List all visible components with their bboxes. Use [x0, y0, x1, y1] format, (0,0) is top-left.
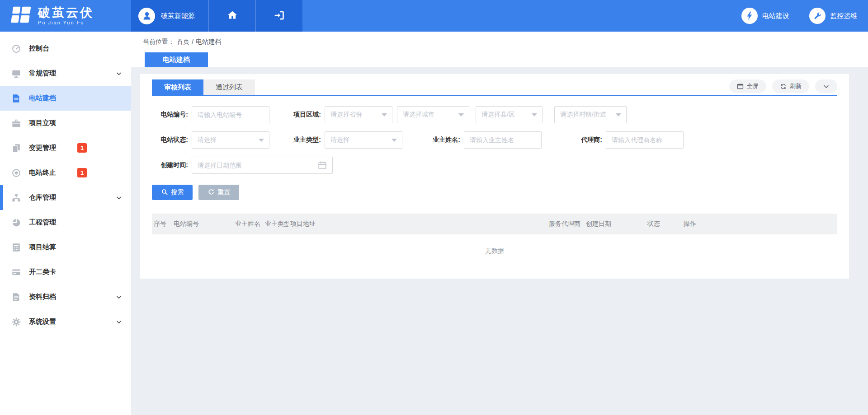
sidebar-item-change-mgmt[interactable]: 变更管理 1 — [0, 135, 131, 160]
city-select-value: 请选择城市 — [403, 111, 434, 119]
chevron-down-icon — [116, 70, 122, 77]
column-header-index: 序号 — [152, 214, 172, 234]
brand-subtitle: Po Jian Yun Fu — [38, 20, 94, 25]
sidebar-item-label: 资料归档 — [29, 293, 56, 301]
column-header-status: 状态 — [646, 214, 682, 234]
search-button[interactable]: 搜索 — [152, 185, 193, 200]
sidebar-item-label: 常规管理 — [29, 69, 56, 78]
chevron-down-icon — [823, 83, 830, 90]
sitemap-icon — [11, 193, 21, 203]
main-content: 当前位置： 首页 / 电站建档 电站建档 审核列表 通过列表 全屏 — [131, 32, 868, 415]
column-header-station-no: 电站编号 — [172, 214, 233, 234]
reset-button-label: 重置 — [218, 188, 231, 196]
content-area: 审核列表 通过列表 全屏 刷新 — [131, 67, 868, 415]
user-menu[interactable]: 破茧新能源 — [131, 0, 208, 32]
column-header-owner-type: 业主类型 — [263, 214, 288, 234]
owner-type-label: 业主类型: — [285, 136, 321, 144]
sidebar-item-warehouse-mgmt[interactable]: 仓库管理 — [0, 185, 131, 210]
sidebar-item-label: 工程管理 — [29, 218, 56, 227]
project-region-label: 项目区域: — [285, 111, 321, 119]
county-select[interactable]: 请选择县/区 — [476, 106, 542, 123]
search-button-label: 搜索 — [171, 188, 184, 196]
collapse-button[interactable] — [815, 79, 837, 93]
panel-toolbar: 全屏 刷新 — [729, 79, 837, 93]
avatar — [138, 8, 155, 24]
sidebar-item-label: 项目立项 — [29, 119, 56, 127]
sidebar-item-data-archive[interactable]: 资料归档 — [0, 284, 131, 309]
reset-icon — [208, 188, 215, 197]
login-arrow-icon — [274, 9, 285, 23]
owner-type-value: 请选择 — [330, 136, 349, 144]
results-table: 序号 电站编号 业主姓名 业主类型 项目地址 服务代理商 创建日期 状态 操作 — [152, 214, 837, 265]
sidebar-item-station-termination[interactable]: 电站终止 1 — [0, 160, 131, 185]
breadcrumb-current: 电站建档 — [196, 38, 221, 46]
created-time-label: 创建时间: — [152, 161, 188, 169]
search-icon — [161, 188, 168, 197]
owner-type-select[interactable]: 请选择 — [325, 131, 402, 149]
empty-state-text: 无数据 — [152, 234, 837, 265]
owner-name-input[interactable] — [464, 131, 542, 149]
sidebar-item-label: 电站终止 — [29, 168, 56, 177]
fullscreen-button[interactable]: 全屏 — [729, 79, 766, 93]
province-select[interactable]: 请选择省份 — [325, 106, 392, 123]
brand: 破茧云伏 Po Jian Yun Fu — [0, 0, 131, 32]
refresh-icon — [780, 83, 787, 90]
tab-approved-list[interactable]: 通过列表 — [203, 79, 255, 95]
station-status-select[interactable]: 请选择 — [192, 131, 269, 149]
sidebar-item-station-archive[interactable]: 电站建档 — [0, 86, 131, 111]
fullscreen-icon — [737, 83, 744, 90]
panel-header: 审核列表 通过列表 全屏 刷新 — [152, 79, 837, 96]
sidebar-item-project-initiation[interactable]: 项目立项 — [0, 111, 131, 135]
column-header-owner-name: 业主姓名 — [233, 214, 263, 234]
pie-chart-icon — [11, 218, 21, 228]
logout-button[interactable] — [255, 0, 302, 32]
agent-label: 代理商: — [566, 136, 602, 144]
archive-icon — [11, 292, 21, 302]
station-no-input[interactable] — [192, 106, 269, 123]
panel-tabs: 审核列表 通过列表 — [152, 79, 255, 95]
nav-station-build[interactable]: 电站建设 — [741, 8, 789, 24]
sidebar-item-engineering-mgmt[interactable]: 工程管理 — [0, 210, 131, 235]
fullscreen-label: 全屏 — [747, 82, 759, 90]
station-status-value: 请选择 — [198, 136, 217, 144]
gear-icon — [11, 317, 21, 327]
sidebar-item-project-settlement[interactable]: 项目结算 — [0, 235, 131, 260]
nav-monitor-ops-label: 监控运维 — [830, 12, 857, 20]
caret-down-icon — [532, 113, 537, 117]
document-icon — [11, 93, 21, 103]
caret-down-icon — [616, 113, 621, 117]
sidebar-item-general-mgmt[interactable]: 常规管理 — [0, 61, 131, 86]
refresh-button[interactable]: 刷新 — [772, 79, 809, 93]
breadcrumb-separator: / — [192, 38, 193, 46]
briefcase-icon — [11, 118, 21, 128]
sidebar-item-label: 控制台 — [29, 44, 49, 53]
reset-button[interactable]: 重置 — [198, 185, 239, 200]
sidebar-item-open-card[interactable]: 开二类卡 — [0, 260, 131, 284]
tab-review-list[interactable]: 审核列表 — [152, 79, 203, 95]
city-select[interactable]: 请选择城市 — [397, 106, 469, 123]
nav-station-build-label: 电站建设 — [762, 12, 789, 20]
nav-monitor-ops[interactable]: 监控运维 — [809, 8, 857, 24]
home-icon — [226, 9, 238, 23]
sidebar-item-system-settings[interactable]: 系统设置 — [0, 309, 131, 334]
user-name: 破茧新能源 — [161, 12, 195, 20]
sidebar-item-console[interactable]: 控制台 — [0, 36, 131, 61]
brand-logo-icon — [9, 5, 32, 27]
home-button[interactable] — [208, 0, 255, 32]
breadcrumb-home-link[interactable]: 首页 — [177, 38, 189, 46]
panel: 审核列表 通过列表 全屏 刷新 — [140, 74, 849, 279]
page-tab-station-archive[interactable]: 电站建档 — [145, 52, 208, 67]
village-select-value: 请选择村镇/街道 — [560, 111, 606, 119]
record-icon — [11, 168, 21, 178]
sidebar-item-label: 变更管理 — [29, 144, 56, 152]
agent-input[interactable] — [606, 131, 684, 149]
date-range-input[interactable] — [192, 157, 333, 174]
form-actions: 搜索 重置 — [152, 185, 837, 200]
topbar: 破茧云伏 Po Jian Yun Fu 破茧新能源 电站建设 — [0, 0, 868, 32]
village-select[interactable]: 请选择村镇/街道 — [554, 106, 627, 123]
brand-title: 破茧云伏 — [38, 6, 94, 19]
card-icon — [11, 267, 21, 277]
owner-name-label: 业主姓名: — [424, 136, 460, 144]
page-tab-bar: 电站建档 — [131, 52, 868, 67]
chevron-down-icon — [116, 195, 122, 201]
